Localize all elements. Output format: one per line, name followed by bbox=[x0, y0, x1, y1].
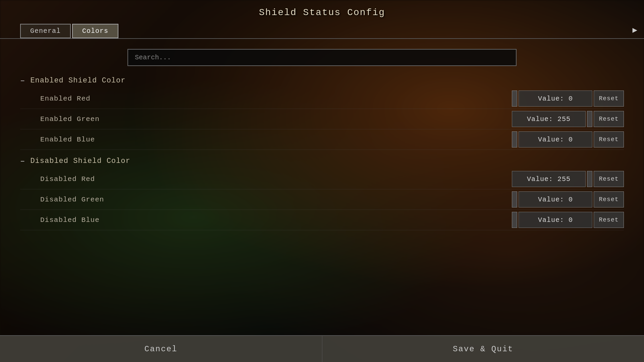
save-quit-button[interactable]: Save & Quit bbox=[322, 336, 644, 362]
setting-label-disabled-red: Disabled Red bbox=[40, 175, 512, 183]
reset-button-disabled-blue[interactable]: Reset bbox=[594, 212, 624, 228]
reset-button-enabled-red[interactable]: Reset bbox=[594, 90, 624, 107]
section-title-enabled-shield-color: Enabled Shield Color bbox=[30, 76, 125, 85]
tab-arrow-right[interactable]: ▶ bbox=[633, 25, 637, 35]
reset-button-disabled-red[interactable]: Reset bbox=[594, 171, 624, 187]
search-row bbox=[20, 49, 624, 66]
setting-label-enabled-blue: Enabled Blue bbox=[40, 136, 512, 143]
section-title-disabled-shield-color: Disabled Shield Color bbox=[30, 157, 130, 165]
main-content: –Enabled Shield ColorEnabled RedValue: 0… bbox=[0, 39, 644, 335]
slider-thumb-right-enabled-green[interactable] bbox=[587, 111, 592, 127]
setting-label-enabled-green: Enabled Green bbox=[40, 115, 512, 123]
tabs-row: General Colors ▶ bbox=[0, 21, 644, 39]
slider-thumb-right-disabled-red[interactable] bbox=[587, 171, 592, 187]
setting-row-disabled-red: Disabled RedValue: 255Reset bbox=[20, 169, 624, 189]
value-box-disabled-red: Value: 255 bbox=[512, 171, 586, 187]
value-box-enabled-red: Value: 0 bbox=[519, 90, 592, 107]
reset-button-disabled-green[interactable]: Reset bbox=[594, 191, 624, 207]
section-toggle-disabled-shield-color[interactable]: – bbox=[20, 157, 25, 166]
sections-container: –Enabled Shield ColorEnabled RedValue: 0… bbox=[20, 76, 624, 230]
setting-row-enabled-red: Enabled RedValue: 0Reset bbox=[20, 88, 624, 109]
setting-row-disabled-green: Disabled GreenValue: 0Reset bbox=[20, 189, 624, 210]
setting-controls-enabled-red: Value: 0Reset bbox=[512, 90, 624, 107]
tab-colors[interactable]: Colors bbox=[72, 24, 118, 38]
setting-row-enabled-green: Enabled GreenValue: 255Reset bbox=[20, 109, 624, 129]
value-box-enabled-green: Value: 255 bbox=[512, 111, 586, 127]
setting-row-disabled-blue: Disabled BlueValue: 0Reset bbox=[20, 210, 624, 230]
setting-controls-disabled-red: Value: 255Reset bbox=[512, 171, 624, 187]
search-input[interactable] bbox=[127, 49, 517, 66]
setting-controls-disabled-blue: Value: 0Reset bbox=[512, 212, 624, 228]
reset-button-enabled-green[interactable]: Reset bbox=[594, 111, 624, 127]
section-toggle-enabled-shield-color[interactable]: – bbox=[20, 76, 25, 85]
cancel-button[interactable]: Cancel bbox=[0, 336, 322, 362]
setting-label-disabled-blue: Disabled Blue bbox=[40, 216, 512, 224]
page-title: Shield Status Config bbox=[0, 7, 644, 18]
slider-thumb-disabled-green[interactable] bbox=[512, 191, 517, 207]
setting-controls-enabled-green: Value: 255Reset bbox=[512, 111, 624, 127]
title-bar: Shield Status Config bbox=[0, 0, 644, 21]
setting-label-disabled-green: Disabled Green bbox=[40, 196, 512, 203]
setting-row-enabled-blue: Enabled BlueValue: 0Reset bbox=[20, 129, 624, 150]
slider-thumb-enabled-red[interactable] bbox=[512, 90, 517, 107]
section-header-disabled-shield-color: –Disabled Shield Color bbox=[20, 157, 624, 166]
slider-thumb-disabled-blue[interactable] bbox=[512, 212, 517, 228]
setting-label-enabled-red: Enabled Red bbox=[40, 95, 512, 103]
reset-button-enabled-blue[interactable]: Reset bbox=[594, 131, 624, 147]
bottom-bar: Cancel Save & Quit bbox=[0, 335, 644, 362]
settings-list-disabled-shield-color: Disabled RedValue: 255ResetDisabled Gree… bbox=[20, 169, 624, 230]
setting-controls-enabled-blue: Value: 0Reset bbox=[512, 131, 624, 147]
value-box-enabled-blue: Value: 0 bbox=[519, 131, 592, 147]
value-box-disabled-green: Value: 0 bbox=[519, 191, 592, 207]
settings-list-enabled-shield-color: Enabled RedValue: 0ResetEnabled GreenVal… bbox=[20, 88, 624, 150]
value-box-disabled-blue: Value: 0 bbox=[519, 212, 592, 228]
setting-controls-disabled-green: Value: 0Reset bbox=[512, 191, 624, 207]
section-header-enabled-shield-color: –Enabled Shield Color bbox=[20, 76, 624, 85]
slider-thumb-enabled-blue[interactable] bbox=[512, 131, 517, 147]
tab-general[interactable]: General bbox=[20, 24, 71, 38]
